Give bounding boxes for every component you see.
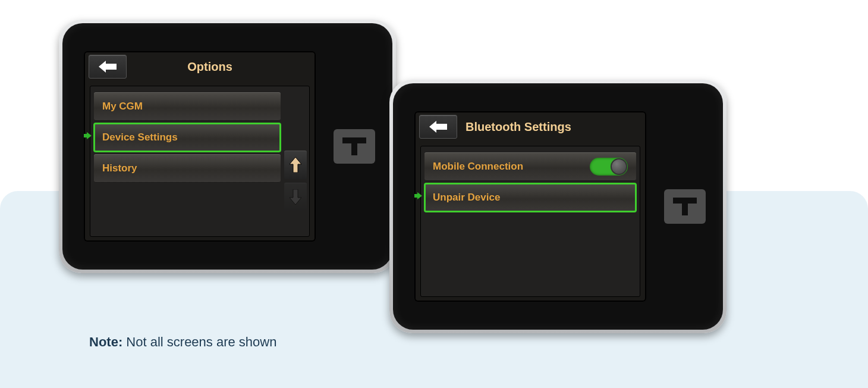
- menu-item-label: Unpair Device: [433, 192, 500, 204]
- scroll-up-button[interactable]: [284, 151, 307, 179]
- svg-marker-0: [99, 61, 117, 73]
- pointer-hand-icon: [414, 188, 422, 204]
- menu-item-unpair-device[interactable]: Unpair Device: [424, 183, 636, 212]
- screen-bluetooth-settings: Bluetooth Settings Mobile Connection: [414, 111, 646, 302]
- note-prefix: Note:: [89, 334, 122, 349]
- arrow-down-icon: [290, 189, 301, 205]
- menu-item-my-cgm[interactable]: My CGM: [94, 92, 281, 121]
- svg-marker-4: [290, 157, 301, 173]
- svg-rect-6: [342, 137, 366, 143]
- tandem-logo-icon: [342, 137, 366, 155]
- menu-item-label: My CGM: [102, 101, 143, 112]
- footnote: Note: Not all screens are shown: [89, 334, 276, 350]
- menu-item-history[interactable]: History: [94, 154, 281, 183]
- svg-marker-5: [290, 189, 301, 205]
- svg-rect-12: [673, 198, 697, 204]
- menu-list: My CGM Device Settings History: [90, 86, 310, 237]
- tandem-logo-icon: [673, 198, 697, 215]
- svg-rect-7: [351, 143, 357, 155]
- scroll-down-button[interactable]: [284, 183, 307, 211]
- mobile-connection-toggle[interactable]: [590, 158, 628, 176]
- menu-item-mobile-connection[interactable]: Mobile Connection: [424, 152, 636, 181]
- arrow-left-icon: [99, 61, 117, 73]
- arrow-up-icon: [290, 157, 301, 173]
- title-bar: Bluetooth Settings: [414, 111, 646, 142]
- screen-options: Options My CGM Device Settings: [84, 51, 316, 242]
- home-button[interactable]: [334, 129, 375, 164]
- device-inner: Bluetooth Settings Mobile Connection: [393, 83, 723, 330]
- scroll-arrows: [284, 151, 307, 211]
- svg-rect-13: [682, 204, 688, 215]
- screen-title: Bluetooth Settings: [457, 120, 641, 134]
- home-button[interactable]: [664, 189, 706, 224]
- screen-title: Options: [127, 60, 311, 74]
- toggle-knob: [611, 158, 627, 175]
- menu-item-label: Device Settings: [102, 132, 178, 143]
- menu-item-label: Mobile Connection: [433, 161, 523, 173]
- pump-device-right: Bluetooth Settings Mobile Connection: [389, 80, 727, 333]
- menu-item-label: History: [102, 162, 137, 174]
- device-inner: Options My CGM Device Settings: [62, 23, 392, 270]
- pump-device-left: Options My CGM Device Settings: [59, 20, 396, 273]
- svg-marker-8: [429, 121, 447, 133]
- title-bar: Options: [84, 51, 316, 82]
- back-button[interactable]: [419, 115, 457, 139]
- menu-list: Mobile Connection Unpair Device: [420, 146, 640, 297]
- pointer-hand-icon: [84, 128, 92, 143]
- note-text: Not all screens are shown: [122, 334, 276, 349]
- menu-item-device-settings[interactable]: Device Settings: [94, 123, 281, 152]
- back-button[interactable]: [89, 55, 127, 79]
- arrow-left-icon: [429, 121, 447, 133]
